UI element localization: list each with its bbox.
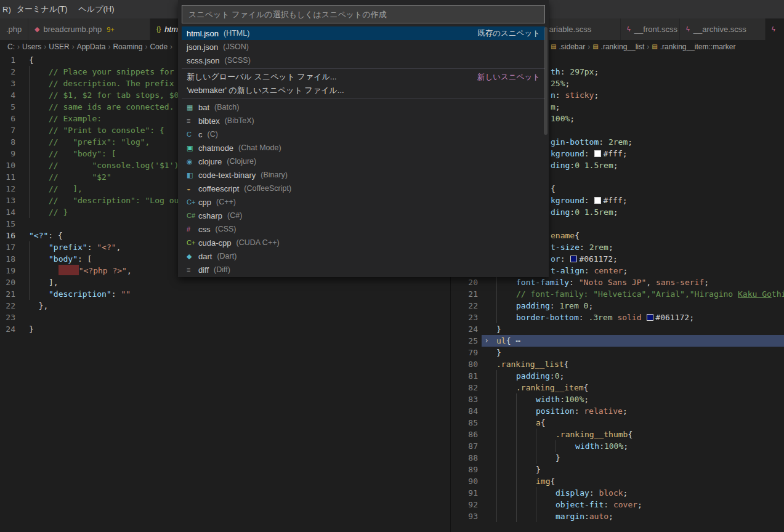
quickpick-item[interactable]: Cc(C) <box>182 127 545 141</box>
quickpick-item[interactable]: ◆dart(Dart) <box>182 249 545 263</box>
language-icon: ◧ <box>187 172 198 179</box>
code-line[interactable]: 92object-fit: cover; <box>451 499 784 510</box>
fold-chevron-icon[interactable]: › <box>482 335 491 347</box>
line-number: 2 <box>0 66 21 78</box>
breadcrumb-item[interactable]: C: <box>7 42 15 51</box>
indent-guide <box>536 487 556 499</box>
code-line[interactable]: 24} <box>451 323 784 335</box>
quickpick-item[interactable]: 'webmaker' の新しいスニペット ファイル... <box>182 84 545 97</box>
quickpick-item[interactable]: 新しいグローバル スニペット ファイル...新しいスニペット <box>182 70 545 84</box>
tab-label: .php <box>6 25 22 34</box>
tab-label: __front.scss <box>634 25 677 34</box>
menubar-item[interactable]: ヘルプ(H) <box>73 4 120 14</box>
code-token: padding <box>516 301 550 310</box>
line-number: 89 <box>451 464 482 475</box>
code-line[interactable]: 21// font-family: "Helvetica","Arial","H… <box>451 288 784 300</box>
code-line[interactable]: 90img{ <box>451 475 784 487</box>
code-line[interactable]: 89} <box>451 464 784 475</box>
code-line[interactable]: 85a{ <box>451 417 784 429</box>
tab-__front.scss[interactable]: ϟ__front.scss <box>621 18 680 40</box>
indent-guide <box>516 499 536 510</box>
quickpick-item[interactable]: ◒coffeescript(CoffeeScript) <box>182 182 545 195</box>
code-line[interactable]: 86.ranking__thumb{ <box>451 429 784 440</box>
breadcrumb-item[interactable]: Users <box>22 42 41 51</box>
quickpick-item-description: (C) <box>208 130 218 139</box>
quickpick-item[interactable]: ▦bat(Batch) <box>182 100 545 114</box>
code-token: // "$2" <box>49 172 111 182</box>
code-line[interactable]: 91display: block; <box>451 487 784 499</box>
indent-guide <box>29 78 49 89</box>
language-icon: # <box>187 226 198 233</box>
breadcrumb-symbol[interactable]: ▤.sidebar <box>551 42 585 51</box>
breadcrumb-item[interactable]: USER <box>49 42 69 51</box>
code-token: { <box>550 477 555 486</box>
code-line[interactable]: 93margin:auto; <box>451 510 784 522</box>
code-line[interactable]: 81padding:0; <box>451 370 784 382</box>
quickpick-item[interactable]: ◫dockercompose(Compose) <box>182 276 545 277</box>
breadcrumb-symbol[interactable]: ▤.ranking__list <box>592 42 644 51</box>
breadcrumb-item[interactable]: AppData <box>77 42 106 51</box>
quickpick-scrollbar[interactable] <box>544 27 548 135</box>
indent-guide <box>29 195 49 206</box>
line-number: 21 <box>0 288 21 300</box>
code-token: // same ids are connected. <box>49 102 174 111</box>
quickpick-item[interactable]: html.json(HTML)既存のスニペット <box>182 26 545 40</box>
code-line[interactable]: 20font-family: "Noto Sans JP", sans-seri… <box>451 276 784 288</box>
quickpick-item[interactable]: scss.json(SCSS) <box>182 54 545 67</box>
code-line[interactable]: 24} <box>0 323 450 335</box>
quickpick-item[interactable]: ≡diff(Diff) <box>182 263 545 276</box>
code-content: width:100%; <box>491 393 784 405</box>
code-line[interactable]: 84position: relative; <box>451 405 784 417</box>
code-content: a{ <box>491 417 784 429</box>
tab-.php[interactable]: .php <box>0 18 28 40</box>
menubar-item[interactable]: ターミナル(T) <box>11 4 73 14</box>
quickpick-item[interactable]: C#csharp(C#) <box>182 209 545 222</box>
quickpick-item-description: (Diff) <box>214 265 230 274</box>
tab-partial[interactable]: ϟ <box>766 18 784 40</box>
line-number: 80 <box>451 358 482 370</box>
quickpick-input[interactable] <box>187 9 540 20</box>
quickpick-item[interactable]: C+cuda-cpp(CUDA C++) <box>182 236 545 249</box>
code-line[interactable]: 83width:100%; <box>451 393 784 405</box>
indent-guide <box>496 417 516 429</box>
quickpick-item-description: (HTML) <box>224 29 249 38</box>
quickpick-item[interactable]: #css(CSS) <box>182 222 545 236</box>
quickpick-item-description: (CoffeeScript) <box>244 184 291 193</box>
quickpick-item-description: (Chat Mode) <box>238 143 281 152</box>
code-line[interactable]: 21"description": "" <box>0 288 450 300</box>
language-icon: ≡ <box>187 118 198 124</box>
code-line[interactable]: 23 <box>0 312 450 323</box>
indent-guide <box>29 206 49 218</box>
breadcrumb-symbol[interactable]: ▤.ranking__item::marker <box>652 42 735 51</box>
code-token: : <box>584 266 594 275</box>
code-token: ul <box>496 336 506 345</box>
code-line[interactable]: 22padding: 1rem 0; <box>451 300 784 312</box>
indent-guide <box>516 475 536 487</box>
code-line[interactable]: 79} <box>451 347 784 358</box>
quickpick-item[interactable]: ▣chatmode(Chat Mode) <box>182 141 545 155</box>
quickpick-item[interactable]: ◧code-text-binary(Binary) <box>182 168 545 182</box>
line-number: 90 <box>451 475 482 487</box>
quickpick-item[interactable]: ≡bibtex(BibTeX) <box>182 114 545 127</box>
indent-guide <box>29 113 49 124</box>
quickpick-item[interactable]: json.json(JSON) <box>182 40 545 54</box>
symbol-icon: ▤ <box>592 44 598 50</box>
tab-breadcrumb.php[interactable]: ◆breadcrumb.php9+ <box>28 18 150 40</box>
code-line[interactable]: 23border-bottom: .3rem solid #061172; <box>451 312 784 323</box>
tab-__archive.scss[interactable]: ϟ__archive.scss <box>680 18 766 40</box>
line-number: 79 <box>451 347 482 358</box>
code-line[interactable]: 88} <box>451 452 784 464</box>
code-line[interactable]: 22 }, <box>0 300 450 312</box>
code-line[interactable]: 25›ul{ ⋯ <box>451 335 784 347</box>
breadcrumb-item[interactable]: Roaming <box>113 42 142 51</box>
quickpick-item[interactable]: ◉clojure(Clojure) <box>182 155 545 168</box>
code-token <box>642 313 647 322</box>
code-line[interactable]: 20], <box>0 276 450 288</box>
quickpick-item[interactable]: C+cpp(C++) <box>182 195 545 209</box>
code-line[interactable]: 80.ranking__list{ <box>451 358 784 370</box>
line-number: 20 <box>0 276 21 288</box>
code-line[interactable]: 87width:100%; <box>451 440 784 452</box>
code-token: : <box>560 254 570 264</box>
breadcrumb-item[interactable]: Code <box>150 42 168 51</box>
code-line[interactable]: 82.ranking__item{ <box>451 382 784 393</box>
